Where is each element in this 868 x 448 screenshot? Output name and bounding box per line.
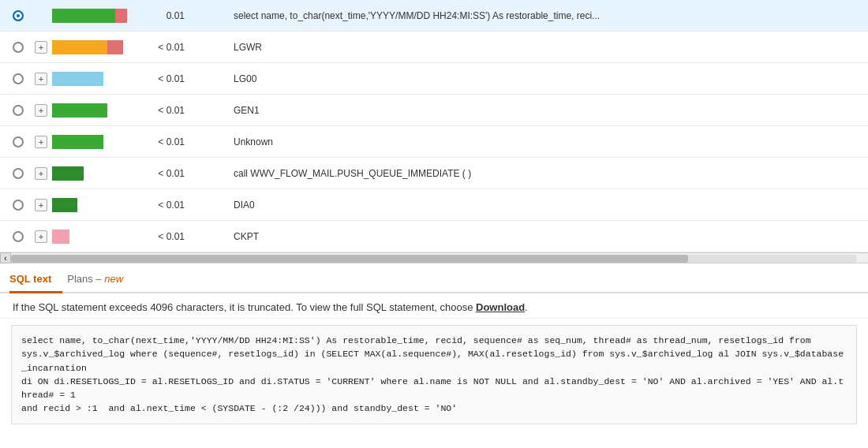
row-text: LG00 bbox=[226, 73, 862, 84]
bar-col: < 0.01 bbox=[52, 230, 226, 244]
bar-col: < 0.01 bbox=[52, 198, 226, 212]
tabs-bar: SQL text Plans – new bbox=[0, 263, 868, 293]
row-radio-col bbox=[6, 10, 30, 21]
row-radio-col bbox=[6, 136, 30, 147]
bar-container bbox=[52, 166, 147, 181]
radio-button[interactable] bbox=[13, 73, 24, 84]
expand-button[interactable]: + bbox=[35, 199, 47, 211]
row-text: GEN1 bbox=[226, 105, 862, 116]
expand-button[interactable]: + bbox=[35, 104, 47, 117]
table-row[interactable]: +< 0.01GEN1 bbox=[0, 95, 868, 126]
bar-container bbox=[52, 103, 147, 118]
bar-segment bbox=[52, 198, 77, 212]
row-radio-col bbox=[6, 42, 30, 53]
info-download-link[interactable]: Download bbox=[476, 301, 525, 313]
bar-segment bbox=[52, 72, 103, 86]
row-radio-col bbox=[6, 73, 30, 84]
horizontal-scrollbar[interactable]: ‹ bbox=[0, 252, 868, 263]
radio-button[interactable] bbox=[13, 231, 24, 242]
scroll-left-button[interactable]: ‹ bbox=[0, 252, 11, 263]
row-value: < 0.01 bbox=[150, 200, 189, 211]
radio-button[interactable] bbox=[13, 105, 24, 116]
bar-col: < 0.01 bbox=[52, 40, 226, 54]
tab-plans-dash: – new bbox=[93, 273, 123, 285]
tab-plans-label: Plans bbox=[67, 273, 93, 285]
row-value: < 0.01 bbox=[150, 73, 189, 84]
radio-button[interactable] bbox=[13, 168, 24, 179]
bar-segment bbox=[52, 103, 107, 118]
tab-plans[interactable]: Plans – new bbox=[67, 267, 134, 293]
row-text: CKPT bbox=[226, 231, 862, 242]
table-section: 0.01select name, to_char(next_time,'YYYY… bbox=[0, 0, 868, 263]
radio-button[interactable] bbox=[13, 10, 24, 21]
bar-segment bbox=[52, 166, 84, 181]
expand-col: + bbox=[30, 136, 52, 148]
row-radio-col bbox=[6, 231, 30, 242]
expand-button[interactable]: + bbox=[35, 73, 47, 85]
expand-col: + bbox=[30, 230, 52, 243]
row-value: < 0.01 bbox=[150, 168, 189, 179]
tab-sql-text[interactable]: SQL text bbox=[9, 267, 62, 293]
bar-container bbox=[52, 9, 147, 23]
bar-col: < 0.01 bbox=[52, 72, 226, 86]
bar-segment bbox=[52, 9, 115, 23]
expand-col: + bbox=[30, 41, 52, 54]
table-row[interactable]: +< 0.01Unknown bbox=[0, 126, 868, 158]
row-radio-col bbox=[6, 105, 30, 116]
expand-col: + bbox=[30, 104, 52, 117]
tab-sql-text-label: SQL text bbox=[9, 273, 51, 285]
bar-col: 0.01 bbox=[52, 9, 226, 23]
row-value: < 0.01 bbox=[150, 105, 189, 116]
bar-container bbox=[52, 135, 147, 149]
table-row[interactable]: 0.01select name, to_char(next_time,'YYYY… bbox=[0, 0, 868, 32]
bar-container bbox=[52, 72, 147, 86]
bar-container bbox=[52, 40, 147, 54]
bar-col: < 0.01 bbox=[52, 166, 226, 181]
info-text: If the SQL statement exceeds 4096 charac… bbox=[13, 301, 476, 313]
row-value: < 0.01 bbox=[150, 42, 189, 53]
bar-container bbox=[52, 198, 147, 212]
table-row[interactable]: +< 0.01LGWR bbox=[0, 32, 868, 63]
table-row[interactable]: +< 0.01call WWV_FLOW_MAIL.PUSH_QUEUE_IMM… bbox=[0, 158, 868, 189]
info-end: . bbox=[525, 301, 528, 313]
table-row[interactable]: +< 0.01LG00 bbox=[0, 63, 868, 95]
row-text: select name, to_char(next_time,'YYYY/MM/… bbox=[226, 10, 862, 21]
table-row[interactable]: +< 0.01DIA0 bbox=[0, 189, 868, 221]
bar-segment bbox=[52, 40, 107, 54]
row-text: call WWV_FLOW_MAIL.PUSH_QUEUE_IMMEDIATE … bbox=[226, 168, 862, 179]
bar-col: < 0.01 bbox=[52, 135, 226, 149]
expand-button[interactable]: + bbox=[35, 41, 47, 54]
bar-col: < 0.01 bbox=[52, 103, 226, 118]
row-value: 0.01 bbox=[150, 10, 189, 21]
row-radio-col bbox=[6, 168, 30, 179]
row-value: < 0.01 bbox=[150, 136, 189, 147]
row-radio-col bbox=[6, 200, 30, 211]
radio-button[interactable] bbox=[13, 200, 24, 211]
row-text: LGWR bbox=[226, 42, 862, 53]
row-value: < 0.01 bbox=[150, 231, 189, 242]
bar-segment bbox=[52, 135, 103, 149]
bar-segment bbox=[107, 40, 123, 54]
expand-button[interactable]: + bbox=[35, 136, 47, 148]
bar-container bbox=[52, 230, 147, 244]
row-text: DIA0 bbox=[226, 200, 862, 211]
table-row[interactable]: +< 0.01CKPT bbox=[0, 221, 868, 252]
info-panel: If the SQL statement exceeds 4096 charac… bbox=[0, 293, 868, 319]
expand-col: + bbox=[30, 73, 52, 85]
expand-col: + bbox=[30, 167, 52, 180]
expand-col: + bbox=[30, 199, 52, 211]
radio-button[interactable] bbox=[13, 42, 24, 53]
sql-code-block: select name, to_char(next_time,'YYYY/MM/… bbox=[11, 325, 857, 424]
expand-button[interactable]: + bbox=[35, 167, 47, 180]
expand-button[interactable]: + bbox=[35, 230, 47, 243]
bar-segment bbox=[52, 230, 69, 244]
radio-button[interactable] bbox=[13, 136, 24, 147]
bar-segment bbox=[115, 9, 127, 23]
row-text: Unknown bbox=[226, 136, 862, 147]
